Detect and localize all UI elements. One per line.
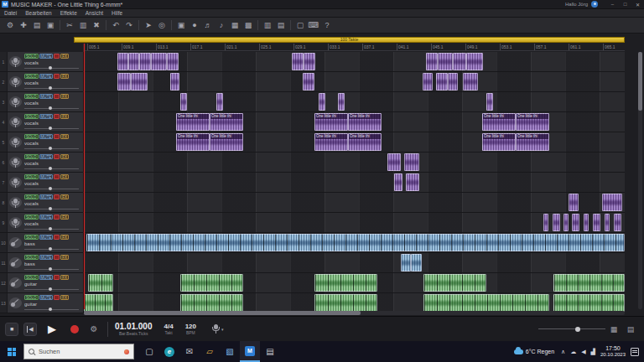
audio-clip[interactable]: [564, 214, 569, 231]
audio-clip[interactable]: [131, 73, 148, 90]
monitor-icon[interactable]: ▢: [293, 19, 307, 32]
taskbar-search[interactable]: Suchen: [23, 344, 134, 359]
redo-icon[interactable]: ↷: [122, 19, 136, 32]
track-header[interactable]: 9SOLOMUTERECFXvocals: [0, 213, 84, 232]
music-maker-icon[interactable]: M: [240, 341, 260, 362]
track-header[interactable]: 10SOLOMUTERECFXbass: [0, 233, 84, 252]
track-volume-slider[interactable]: [24, 267, 79, 271]
track-fx-button[interactable]: FX: [60, 215, 69, 220]
menu-effekte[interactable]: Effekte: [56, 10, 81, 16]
track-header[interactable]: 12SOLOMUTERECFXguitar: [0, 273, 84, 292]
track-solo-button[interactable]: SOLO: [24, 295, 39, 300]
track-solo-button[interactable]: SOLO: [24, 235, 39, 240]
track-mute-button[interactable]: MUTE: [39, 174, 54, 179]
track-volume-handle[interactable]: [49, 247, 52, 251]
zoom-slider-handle[interactable]: [575, 327, 580, 332]
track-header[interactable]: 5SOLOMUTERECFXvocals: [0, 132, 84, 152]
audio-clip[interactable]: [453, 53, 466, 70]
track-mute-button[interactable]: MUTE: [39, 215, 54, 220]
audio-clip[interactable]: [387, 153, 401, 171]
loop-range-bar[interactable]: 100 Takte: [74, 37, 625, 43]
track-fx-button[interactable]: FX: [60, 74, 69, 79]
grid-view-icon[interactable]: ▦: [607, 323, 621, 336]
user-avatar[interactable]: [591, 1, 598, 8]
track-header[interactable]: 2SOLOMUTERECFXvocals: [0, 72, 84, 91]
audio-clip[interactable]: [86, 234, 625, 251]
track-volume-slider[interactable]: [24, 207, 79, 210]
audio-clip[interactable]: [406, 173, 419, 191]
track-header[interactable]: 11SOLOMUTERECFXbass: [0, 253, 84, 272]
audio-clip[interactable]: [448, 73, 458, 90]
audio-clip[interactable]: [593, 214, 600, 231]
undo-icon[interactable]: ↶: [109, 19, 122, 32]
track-fx-button[interactable]: FX: [60, 255, 69, 260]
list-view-icon[interactable]: ▤: [624, 323, 637, 336]
audio-clip[interactable]: One little thi: [348, 113, 382, 131]
close-button[interactable]: ✕: [631, 0, 644, 9]
mouse-mode-icon[interactable]: ➤: [142, 19, 155, 32]
track-solo-button[interactable]: SOLO: [24, 154, 39, 159]
copy-icon[interactable]: ▥: [76, 19, 90, 32]
track-volume-slider[interactable]: [24, 127, 79, 130]
audio-clip[interactable]: [553, 214, 560, 231]
audio-clip[interactable]: [423, 294, 549, 312]
track-lane[interactable]: [84, 233, 625, 252]
settings-icon[interactable]: ⚙: [3, 19, 17, 32]
mail-icon[interactable]: ✉: [179, 341, 200, 362]
audio-clip[interactable]: [88, 274, 113, 292]
audio-clip[interactable]: [553, 274, 625, 292]
track-volume-slider[interactable]: [24, 167, 79, 170]
track-name[interactable]: vocals: [24, 221, 80, 226]
track-rec-button[interactable]: REC: [54, 194, 60, 199]
track-name[interactable]: bass: [24, 261, 80, 266]
track-header[interactable]: 3SOLOMUTERECFXvocals: [0, 92, 84, 111]
track-fx-button[interactable]: FX: [60, 134, 69, 139]
ruler-ticks[interactable]: 005.1009.1013.1017.1021.1025.1029.1033.1…: [84, 44, 625, 51]
track-lane[interactable]: [84, 293, 625, 313]
track-rec-button[interactable]: REC: [54, 215, 60, 220]
track-volume-handle[interactable]: [49, 308, 52, 311]
cut-icon[interactable]: ✂: [63, 19, 76, 32]
track-rec-button[interactable]: REC: [54, 255, 60, 260]
minimize-button[interactable]: –: [606, 0, 619, 9]
store-icon[interactable]: ▤: [260, 341, 280, 362]
track-fx-button[interactable]: FX: [60, 174, 69, 179]
audio-clip[interactable]: [614, 214, 621, 231]
track-lane[interactable]: [84, 173, 625, 192]
track-volume-slider[interactable]: [24, 187, 79, 190]
track-name[interactable]: vocals: [24, 101, 80, 106]
track-lane[interactable]: One little thiOne little thiOne little t…: [84, 112, 625, 132]
zoom-icon[interactable]: ◎: [155, 19, 169, 32]
track-fx-button[interactable]: FX: [60, 54, 69, 59]
track-name[interactable]: vocals: [24, 80, 80, 85]
audio-clip[interactable]: [423, 73, 433, 90]
track-name[interactable]: bass: [24, 241, 80, 246]
track-mute-button[interactable]: MUTE: [39, 295, 54, 300]
levels-icon[interactable]: ▤: [274, 19, 288, 32]
track-lane[interactable]: [84, 273, 625, 292]
audio-clip[interactable]: [553, 294, 625, 312]
track-header[interactable]: 13SOLOMUTERECFXguitar: [0, 293, 84, 313]
track-mute-button[interactable]: MUTE: [39, 275, 54, 280]
track-solo-button[interactable]: SOLO: [24, 174, 39, 179]
piano-icon[interactable]: ▦: [228, 19, 242, 32]
delete-icon[interactable]: ✖: [90, 19, 103, 32]
track-volume-handle[interactable]: [49, 86, 52, 90]
explorer-icon[interactable]: ▱: [200, 341, 220, 362]
track-volume-handle[interactable]: [49, 66, 52, 70]
audio-clip[interactable]: [411, 254, 422, 272]
start-button[interactable]: [0, 341, 23, 362]
track-volume-handle[interactable]: [49, 207, 52, 210]
track-lane[interactable]: [84, 153, 625, 172]
rewind-button[interactable]: ◀: [23, 323, 37, 336]
track-rec-button[interactable]: REC: [54, 134, 60, 139]
maximize-button[interactable]: □: [619, 0, 631, 9]
track-solo-button[interactable]: SOLO: [24, 94, 39, 99]
track-mute-button[interactable]: MUTE: [39, 114, 54, 119]
track-volume-slider[interactable]: [24, 147, 79, 150]
track-lane[interactable]: [84, 253, 625, 272]
track-fx-button[interactable]: FX: [60, 295, 69, 300]
track-fx-button[interactable]: FX: [60, 235, 69, 240]
track-volume-slider[interactable]: [24, 287, 79, 291]
drum-grid-icon[interactable]: ▩: [242, 19, 255, 32]
